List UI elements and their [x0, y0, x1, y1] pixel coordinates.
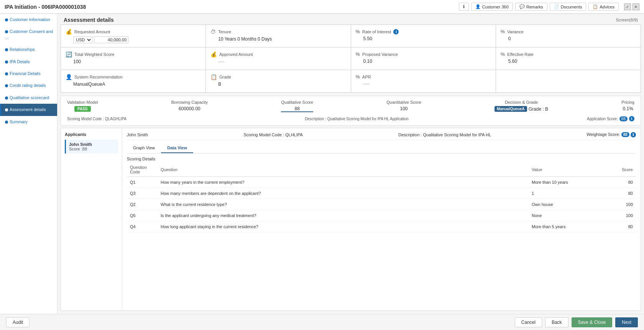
- grade-icon: 📋: [210, 74, 217, 80]
- table-row: Q5 Is the applicant undergoing any medic…: [127, 210, 636, 221]
- approved-label: Approved Amount: [219, 52, 253, 57]
- audit-button[interactable]: Audit: [6, 317, 30, 327]
- applicant-name: John Smith: [69, 142, 115, 147]
- requested-amount-card: 💰 Requested Amount USD: [61, 25, 205, 47]
- table-row: Q2 What is the current residence type? O…: [127, 199, 636, 210]
- pass-badge: PASS: [74, 106, 91, 112]
- sidebar-item-financial-details[interactable]: Financial Details: [0, 68, 57, 80]
- sidebar-item-summary[interactable]: Summary: [0, 116, 57, 128]
- variance-value: 0: [501, 36, 636, 41]
- system-rec-label: System Recommendation: [74, 75, 123, 79]
- cell-score: 100: [605, 199, 636, 210]
- score-value: 100: [66, 59, 201, 64]
- applicants-title: Applicants: [65, 132, 118, 137]
- application-score-badge: 88: [619, 116, 628, 121]
- cell-question: Is the applicant undergoing any medical …: [158, 210, 529, 221]
- sidebar-item-credit-rating-details[interactable]: Credit rating details: [0, 80, 57, 91]
- variance-icon: %: [501, 29, 505, 34]
- effective-label: Effective Rate: [507, 52, 533, 57]
- scoring-description: Description : Qualitative Scoring Model …: [305, 117, 409, 121]
- tenure-card: ⏱ Tenure 10 Years 0 Months 0 Days: [206, 25, 350, 47]
- scoring-header-desc: Description : Qualitative Scoring Model …: [398, 132, 491, 137]
- apr-card: % APR ----: [351, 70, 496, 92]
- scoring-model-code: Scoring Model Code : QLAGHLIPA: [67, 117, 127, 121]
- next-button[interactable]: Next: [615, 317, 638, 327]
- proposed-variance-card: % Proposed Variance 0.10: [351, 47, 496, 70]
- sidebar-label-ipa-details: IPA Details: [10, 59, 30, 64]
- scoring-tabs: Graph View Data View: [127, 143, 636, 154]
- sidebar-label-assessment-details: Assessment details: [10, 107, 46, 112]
- qualitative-score-value: 88: [295, 106, 300, 111]
- advices-button[interactable]: 📋 Advices: [588, 3, 619, 11]
- cancel-button[interactable]: Cancel: [515, 317, 542, 327]
- scoring-header-name: John Smith: [127, 132, 148, 137]
- effective-value: 5.60: [501, 59, 636, 64]
- grade-card: 📋 Grade B: [206, 70, 350, 92]
- borrowing-capacity-label: Borrowing Capacity: [171, 100, 208, 105]
- weightage-info-icon[interactable]: ℹ: [631, 132, 636, 137]
- sidebar-dot-relationships: [5, 48, 8, 51]
- cell-value: None: [529, 210, 605, 221]
- sidebar-item-customer-information[interactable]: Customer Information: [0, 14, 57, 26]
- apr-icon: %: [356, 74, 360, 80]
- remarks-button[interactable]: 💬 Remarks: [515, 3, 547, 11]
- rate-info-icon[interactable]: ℹ: [393, 29, 399, 34]
- applicant-item[interactable]: John Smith Score :88: [65, 140, 118, 154]
- cell-value: Own house: [529, 199, 605, 210]
- info-button[interactable]: ℹ: [459, 3, 469, 11]
- sidebar-label-customer-information: Customer Information: [10, 17, 50, 22]
- approved-icon: 💰: [210, 51, 217, 57]
- cell-code: Q4: [127, 221, 158, 232]
- tab-graph-view[interactable]: Graph View: [127, 143, 161, 153]
- decision-grade-label: Decision & Grade: [505, 100, 538, 105]
- cell-question: How long applicant staying in the curren…: [158, 221, 529, 232]
- system-rec-icon: 👤: [66, 74, 72, 80]
- app-score-info-icon[interactable]: ℹ: [629, 116, 634, 121]
- total-weighted-score-card: 🔄 Total Weighted Score 100: [61, 47, 205, 70]
- sidebar-item-assessment-details[interactable]: Assessment details: [0, 104, 57, 116]
- empty-card: [496, 70, 641, 92]
- th-question-code: Question Code: [127, 163, 158, 177]
- sidebar-item-qualitative-scorecard[interactable]: Qualitative scorecard: [0, 92, 57, 104]
- cell-question: What is the current residence type?: [158, 199, 529, 210]
- tenure-label: Tenure: [218, 29, 231, 34]
- score-section: Validation Model PASS Borrowing Capacity…: [61, 96, 641, 126]
- back-button[interactable]: Back: [545, 317, 568, 327]
- advices-icon: 📋: [593, 4, 598, 9]
- cell-score: 80: [605, 177, 636, 188]
- tenure-icon: ⏱: [210, 29, 216, 35]
- weightage-score-badge: 88: [621, 132, 629, 137]
- sidebar-dot-qualitative-scorecard: [5, 96, 8, 100]
- rate-label: Rate of Interest: [362, 29, 391, 34]
- cell-code: Q2: [127, 199, 158, 210]
- documents-button[interactable]: 📄 Documents: [550, 3, 586, 11]
- pricing-label: Pricing: [621, 100, 634, 105]
- grade-extra: Grade : B: [529, 106, 548, 112]
- approved-amount-card: 💰 Approved Amount ----: [206, 47, 350, 70]
- close-button[interactable]: ✕: [632, 3, 639, 10]
- customer360-button[interactable]: 👤 Customer 360: [471, 3, 513, 11]
- currency-select[interactable]: USD: [73, 36, 92, 43]
- cell-score: 80: [605, 188, 636, 199]
- tab-data-view[interactable]: Data View: [161, 143, 193, 153]
- save-close-button[interactable]: Save & Close: [572, 317, 613, 327]
- expand-button[interactable]: ⤢: [624, 3, 631, 10]
- sidebar-label-summary: Summary: [10, 119, 28, 124]
- sidebar-item-relationships[interactable]: Relationships: [0, 44, 57, 56]
- sidebar-label-financial-details: Financial Details: [10, 71, 41, 76]
- scoring-table: Question Code Question Value Score Q1 Ho…: [127, 163, 636, 232]
- cell-code: Q3: [127, 188, 158, 199]
- requested-amount-icon: 💰: [66, 29, 72, 35]
- scoring-header: John Smith Scoring Model Code : QLHLIPA …: [127, 128, 636, 140]
- cell-value: More than 5 years: [529, 221, 605, 232]
- table-row: Q1 How many years in the current employm…: [127, 177, 636, 188]
- info-cards-grid: 💰 Requested Amount USD ⏱ Tenure: [61, 25, 641, 93]
- sidebar-item-customer-consent[interactable]: Customer Consent and ...: [0, 26, 57, 44]
- sidebar-dot-ipa-details: [5, 60, 8, 64]
- sidebar-dot-summary: [5, 121, 8, 124]
- qualitative-score-label: Qualitative Score: [281, 100, 313, 105]
- section-title: Assessment details: [64, 17, 114, 23]
- requested-amount-input[interactable]: [94, 36, 128, 43]
- sidebar-item-ipa-details[interactable]: IPA Details: [0, 56, 57, 68]
- cell-score: 80: [605, 221, 636, 232]
